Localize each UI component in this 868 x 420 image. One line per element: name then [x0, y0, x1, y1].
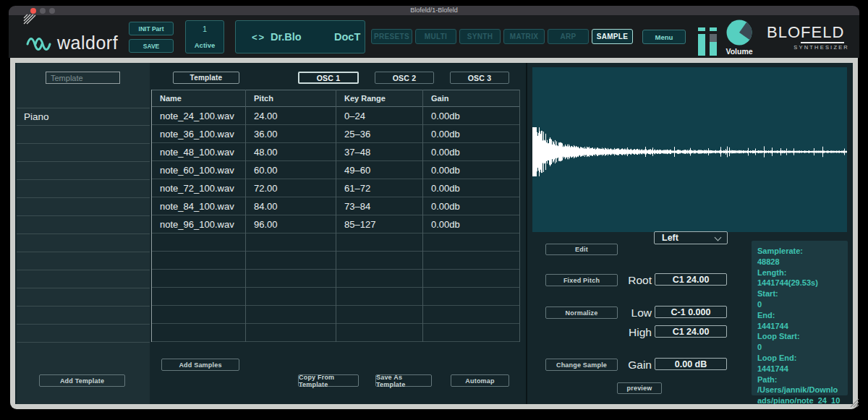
- preset-bank: Dr.Blo: [271, 31, 302, 43]
- preset-name: DocT: [334, 31, 360, 43]
- copy-from-template-button[interactable]: Copy From Template: [298, 374, 359, 387]
- info-line: Path:: [757, 374, 842, 385]
- tab-synth[interactable]: SYNTH: [459, 29, 501, 44]
- info-line: 48828: [757, 257, 842, 267]
- resize-handle-icon[interactable]: [23, 14, 36, 25]
- edit-button[interactable]: Edit: [545, 244, 618, 255]
- info-line: Loop End:: [757, 353, 842, 364]
- list-item-empty: [17, 198, 150, 216]
- cell-name: note_24_100.wav: [151, 107, 245, 124]
- content-frame: Piano Add Template Template NamePitchKey…: [10, 58, 858, 409]
- table-right-border: [519, 90, 520, 342]
- sample-info-box: Samplerate:48828Length:1441744(29.53s)St…: [752, 241, 848, 395]
- info-line: Length:: [757, 267, 842, 278]
- cell-gain: 0.00db: [422, 197, 520, 215]
- info-line: Start:: [757, 288, 842, 299]
- list-item-empty: [17, 234, 150, 252]
- level-meters-icon: [698, 27, 717, 56]
- list-item-empty: [17, 144, 150, 162]
- template-button[interactable]: Template: [173, 72, 239, 84]
- waveform-icon: [532, 67, 847, 232]
- cell-key-range: 37–48: [336, 143, 422, 160]
- cell-pitch: 60.00: [245, 161, 336, 179]
- blofeld-logo-subtitle: SYNTHESIZER: [767, 44, 849, 51]
- titlebar[interactable]: Blofeld/1-Blofeld: [9, 6, 859, 15]
- content: Piano Add Template Template NamePitchKey…: [15, 63, 853, 404]
- info-line: Samplerate:: [757, 246, 842, 257]
- panel-divider: [526, 63, 527, 404]
- add-samples-button[interactable]: Add Samples: [161, 359, 239, 371]
- preset-display[interactable]: <> Dr.Blo DocT: [235, 20, 365, 53]
- tab-presets[interactable]: PRESETS: [371, 29, 412, 44]
- waldorf-logo: waldorf: [26, 31, 118, 54]
- cell-gain: 0.00db: [422, 143, 520, 160]
- templates-panel: Piano Add Template: [17, 63, 150, 404]
- cell-gain: 0.00db: [422, 161, 520, 179]
- cell-name: note_60_100.wav: [151, 161, 245, 179]
- info-line: 1441744: [757, 364, 842, 374]
- add-template-button[interactable]: Add Template: [39, 374, 125, 387]
- info-line: 1441744(29.53s): [757, 278, 842, 288]
- info-line: 1441744: [757, 321, 842, 332]
- app-window: Blofeld/1-Blofeld waldorf INIT Part SAVE…: [9, 6, 859, 409]
- cell-name: note_72_100.wav: [151, 179, 245, 197]
- init-part-button[interactable]: INIT Part: [129, 22, 174, 35]
- cell-name: note_48_100.wav: [151, 143, 245, 160]
- list-item-piano[interactable]: Piano: [17, 108, 150, 126]
- menu-button[interactable]: Menu: [642, 30, 686, 44]
- resize-handle-icon[interactable]: [849, 398, 860, 408]
- tab-osc-2[interactable]: OSC 2: [375, 72, 434, 84]
- low-label: Low: [607, 307, 652, 320]
- channel-select[interactable]: Left: [654, 231, 728, 244]
- high-label: High: [607, 326, 652, 339]
- root-field[interactable]: C1 24.00: [655, 273, 727, 286]
- cell-key-range: 73–84: [336, 197, 422, 215]
- preview-button[interactable]: preview: [617, 382, 662, 394]
- tab-multi[interactable]: MULTI: [415, 29, 456, 44]
- cell-name: note_36_100.wav: [151, 125, 245, 142]
- template-name-input[interactable]: [46, 72, 120, 84]
- save-as-template-button[interactable]: Save As Template: [375, 374, 432, 387]
- column-header-gain: Gain: [422, 90, 520, 106]
- tab-osc-3[interactable]: OSC 3: [450, 72, 509, 84]
- cell-pitch: 84.00: [245, 197, 336, 215]
- list-item-empty: [17, 288, 150, 307]
- info-line: End:: [757, 310, 842, 321]
- waveform-display[interactable]: [532, 67, 847, 232]
- header-tabs: PRESETSMULTISYNTHMATRIXARPSAMPLE: [371, 29, 633, 44]
- automap-button[interactable]: Automap: [451, 374, 509, 387]
- cell-pitch: 36.00: [245, 125, 336, 142]
- chevron-down-icon: [715, 234, 722, 241]
- volume-label: Volume: [720, 47, 758, 56]
- active-part-box[interactable]: 1 Active: [185, 20, 224, 53]
- save-button[interactable]: SAVE: [129, 39, 174, 53]
- column-header-name: Name: [151, 90, 245, 106]
- list-item-empty: [17, 252, 150, 270]
- list-item-empty: [17, 126, 150, 144]
- list-item-empty: [17, 216, 150, 234]
- blofeld-logo-suffix: FELD: [801, 23, 844, 43]
- gain-label: Gain: [607, 359, 652, 372]
- info-line: 0: [757, 299, 842, 310]
- cell-name: note_84_100.wav: [151, 197, 245, 215]
- tab-osc-1[interactable]: OSC 1: [298, 72, 359, 84]
- list-item-empty: [17, 162, 150, 180]
- gain-field[interactable]: 0.00 dB: [655, 358, 727, 370]
- cell-gain: 0.00db: [422, 125, 520, 142]
- channel-select-value: Left: [662, 233, 678, 243]
- waldorf-wave-icon: [26, 31, 52, 54]
- cell-key-range: 0–24: [336, 107, 422, 124]
- cell-pitch: 72.00: [245, 179, 336, 197]
- list-item-empty: [17, 180, 150, 198]
- low-field[interactable]: C-1 0.000: [655, 306, 727, 318]
- list-item-empty: [17, 270, 150, 288]
- cell-gain: 0.00db: [422, 179, 520, 197]
- cell-pitch: 96.00: [245, 215, 336, 233]
- high-field[interactable]: C1 24.00: [655, 325, 727, 338]
- cell-key-range: 25–36: [336, 125, 422, 142]
- tab-arp[interactable]: ARP: [548, 29, 589, 44]
- volume-knob[interactable]: [726, 19, 753, 46]
- tab-matrix[interactable]: MATRIX: [503, 29, 545, 44]
- preset-prev-next-icon[interactable]: <>: [252, 32, 265, 43]
- tab-sample[interactable]: SAMPLE: [592, 29, 633, 44]
